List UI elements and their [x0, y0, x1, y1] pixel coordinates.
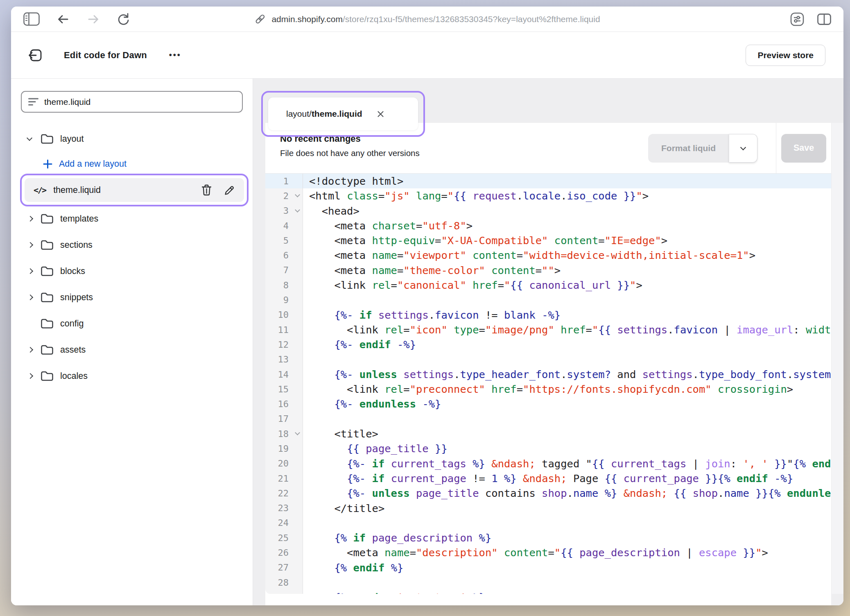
forward-button[interactable] — [86, 13, 100, 25]
code-line[interactable]: 11 <link rel="icon" type="image/png" hre… — [265, 322, 831, 337]
code-line-text[interactable]: {% if page_description %} — [303, 530, 831, 545]
delete-file-button[interactable] — [201, 184, 212, 196]
code-line[interactable]: 8 <link rel="canonical" href="{{ canonic… — [265, 278, 831, 292]
code-line-text[interactable]: <meta name="theme-color" content=""> — [303, 263, 831, 278]
code-line[interactable]: 29 {% render 'meta-tags' %} — [265, 590, 831, 594]
code-line-text[interactable]: <title> — [303, 426, 831, 441]
rename-file-button[interactable] — [224, 185, 235, 196]
code-line-text[interactable]: {%- endif -%} — [303, 337, 831, 352]
code-line[interactable]: 6 <meta name="viewport" content="width=d… — [265, 248, 831, 263]
code-line[interactable]: 5 <meta http-equiv="X-UA-Compatible" con… — [265, 233, 831, 248]
chevron-right-icon[interactable] — [27, 243, 41, 247]
code-line-text[interactable]: {%- if current_tags %} &ndash; tagged "{… — [303, 456, 831, 471]
sidebar-folder-snippets[interactable]: snippets — [21, 288, 243, 306]
fold-toggle-icon[interactable] — [295, 207, 300, 213]
code-line[interactable]: 10 {%- if settings.favicon != blank -%} — [265, 308, 831, 322]
save-button[interactable]: Save — [781, 134, 826, 163]
code-line-text[interactable]: {% endif %} — [303, 560, 831, 575]
code-line-text[interactable] — [303, 292, 831, 307]
code-line-text[interactable] — [303, 516, 831, 530]
tab-layout-theme-liquid[interactable]: layout/theme.liquid — [268, 97, 418, 130]
add-layout-button[interactable]: Add a new layout — [21, 155, 243, 173]
page-settings-button[interactable] — [790, 12, 804, 26]
code-line-text[interactable]: {%- endunless -%} — [303, 396, 831, 411]
sidebar-folder-layout[interactable]: layout — [21, 130, 243, 148]
chevron-right-icon[interactable] — [27, 217, 41, 221]
chevron-right-icon[interactable] — [27, 374, 41, 378]
split-view-button[interactable] — [817, 14, 831, 25]
code-line-text[interactable]: <meta charset="utf-8"> — [303, 218, 831, 233]
code-line-text[interactable]: {% render 'meta-tags' %} — [303, 590, 831, 594]
code-line[interactable]: 1<!doctype html> — [265, 174, 831, 188]
code-line[interactable]: 27 {% endif %} — [265, 560, 831, 575]
code-file-icon: </> — [34, 185, 46, 195]
back-button[interactable] — [56, 13, 70, 25]
chevron-down-icon[interactable] — [27, 138, 41, 140]
code-line-text[interactable]: {%- unless settings.type_header_font.sys… — [303, 367, 831, 382]
format-dropdown-button[interactable] — [729, 134, 757, 163]
chevron-right-icon[interactable] — [27, 269, 41, 273]
code-line[interactable]: 4 <meta charset="utf-8"> — [265, 218, 831, 233]
preview-store-button[interactable]: Preview store — [746, 45, 825, 66]
code-line-text[interactable] — [303, 352, 831, 367]
file-filter-input[interactable] — [44, 97, 235, 107]
sidebar-folder-sections[interactable]: sections — [21, 236, 243, 254]
code-line-text[interactable]: <meta http-equiv="X-UA-Compatible" conte… — [303, 233, 831, 248]
code-line[interactable]: 2<html class="js" lang="{{ request.local… — [265, 188, 831, 203]
code-line-text[interactable]: {{ page_title }} — [303, 441, 831, 456]
code-line[interactable]: 24 — [265, 516, 831, 530]
code-line-text[interactable]: {%- unless page_title contains shop.name… — [303, 486, 831, 500]
code-line-text[interactable]: {%- if settings.favicon != blank -%} — [303, 308, 831, 322]
tab-close-button[interactable] — [377, 111, 384, 118]
reload-button[interactable] — [117, 12, 130, 26]
sidebar-folder-locales[interactable]: locales — [21, 367, 243, 385]
code-line-text[interactable]: <link rel="canonical" href="{{ canonical… — [303, 278, 831, 292]
sidebar-folder-assets[interactable]: assets — [21, 341, 243, 359]
code-line[interactable]: 18 <title> — [265, 426, 831, 441]
sidebar-folder-blocks[interactable]: blocks — [21, 262, 243, 280]
code-line[interactable]: 3 <head> — [265, 204, 831, 218]
code-line[interactable]: 9 — [265, 292, 831, 307]
format-liquid-button[interactable]: Format liquid — [648, 134, 729, 163]
code-line-text[interactable]: <meta name="description" content="{{ pag… — [303, 545, 831, 560]
code-line[interactable]: 22 {%- unless page_title contains shop.n… — [265, 486, 831, 500]
code-line-text[interactable]: <html class="js" lang="{{ request.locale… — [303, 188, 831, 203]
code-line[interactable]: 28 — [265, 575, 831, 590]
code-line[interactable]: 16 {%- endunless -%} — [265, 396, 831, 411]
fold-toggle-icon[interactable] — [295, 430, 300, 435]
code-editor[interactable]: 1<!doctype html>2<html class="js" lang="… — [265, 174, 831, 594]
browser-sidebar-toggle-button[interactable] — [23, 12, 40, 26]
code-line[interactable]: 23 </title> — [265, 501, 831, 516]
code-line[interactable]: 20 {%- if current_tags %} &ndash; tagged… — [265, 456, 831, 471]
url-bar[interactable]: admin.shopify.com/store/rzq1xu-f5/themes… — [254, 7, 600, 32]
code-line-text[interactable]: <meta name="viewport" content="width=dev… — [303, 248, 831, 263]
fold-toggle-icon[interactable] — [295, 192, 300, 198]
sidebar-file-theme-liquid[interactable]: </>theme.liquid — [25, 178, 244, 202]
editor-scrollbar[interactable] — [831, 123, 843, 594]
file-filter-box[interactable] — [21, 91, 243, 113]
code-line-text[interactable]: {%- if current_page != 1 %} &ndash; Page… — [303, 471, 831, 486]
code-line-text[interactable] — [303, 575, 831, 590]
sidebar-folder-config[interactable]: config — [21, 315, 243, 333]
code-line-text[interactable]: <link rel="preconnect" href="https://fon… — [303, 382, 831, 396]
code-line[interactable]: 21 {%- if current_page != 1 %} &ndash; P… — [265, 471, 831, 486]
code-line[interactable]: 19 {{ page_title }} — [265, 441, 831, 456]
chevron-right-icon[interactable] — [27, 295, 41, 299]
code-line-text[interactable] — [303, 412, 831, 426]
code-line[interactable]: 17 — [265, 412, 831, 426]
code-line[interactable]: 12 {%- endif -%} — [265, 337, 831, 352]
code-line[interactable]: 7 <meta name="theme-color" content=""> — [265, 263, 831, 278]
sidebar-folder-templates[interactable]: templates — [21, 210, 243, 228]
code-line-text[interactable]: <!doctype html> — [303, 174, 831, 188]
code-line[interactable]: 14 {%- unless settings.type_header_font.… — [265, 367, 831, 382]
code-line-text[interactable]: </title> — [303, 501, 831, 516]
code-line-text[interactable]: <link rel="icon" type="image/png" href="… — [303, 322, 831, 337]
code-line[interactable]: 25 {% if page_description %} — [265, 530, 831, 545]
code-line-text[interactable]: <head> — [303, 204, 831, 218]
more-menu-button[interactable]: ••• — [169, 50, 181, 60]
chevron-right-icon[interactable] — [27, 348, 41, 352]
code-line[interactable]: 13 — [265, 352, 831, 367]
code-line[interactable]: 15 <link rel="preconnect" href="https://… — [265, 382, 831, 396]
code-line[interactable]: 26 <meta name="description" content="{{ … — [265, 545, 831, 560]
exit-editor-button[interactable] — [27, 48, 43, 63]
